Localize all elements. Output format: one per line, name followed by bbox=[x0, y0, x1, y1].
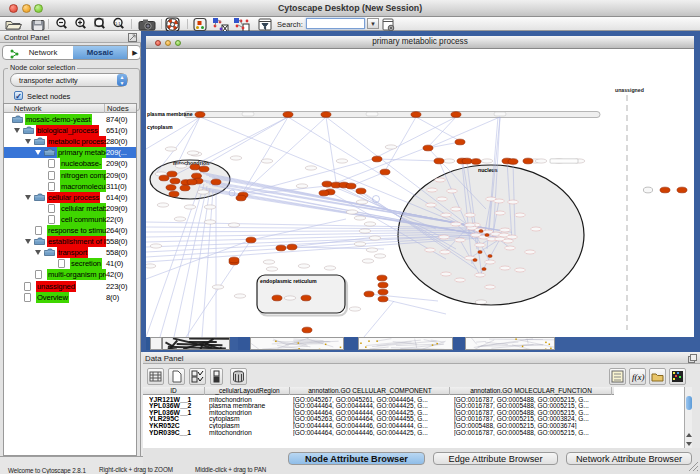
svg-text:1:1: 1:1 bbox=[115, 21, 121, 26]
svg-text:cytoplasm: cytoplasm bbox=[147, 124, 173, 130]
svg-text:plasma membrane: plasma membrane bbox=[147, 111, 193, 117]
svg-text:unassigned: unassigned bbox=[615, 87, 644, 93]
svg-text:endoplasmic reticulum: endoplasmic reticulum bbox=[260, 278, 317, 284]
svg-text:f(x): f(x) bbox=[632, 372, 645, 382]
